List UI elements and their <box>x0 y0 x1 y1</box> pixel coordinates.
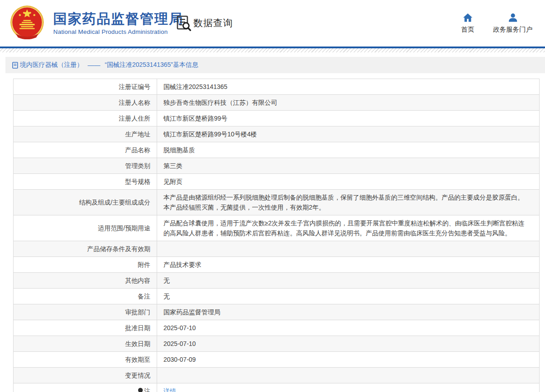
table-row: 适用范围/预期用途产品配合球囊使用，适用于流产次数≥2次并发生子宫内膜损伤的，且… <box>14 215 540 241</box>
row-label: 审批部门 <box>14 304 157 320</box>
table-row: 备注无 <box>14 289 540 304</box>
table-row: 生产地址镇江市新区楚桥路99号10号楼4楼 <box>14 126 540 142</box>
note-pin-icon <box>138 387 143 392</box>
row-label: 批准日期 <box>14 320 157 336</box>
row-value: 国家药品监督管理局 <box>157 304 540 320</box>
table-row: 注册人住所镇江市新区楚桥路99号 <box>14 111 540 126</box>
breadcrumb-separator: —— <box>88 61 100 69</box>
nav-home[interactable]: 首页 <box>461 13 474 34</box>
detail-link[interactable]: 详情 <box>163 387 176 392</box>
row-label: 有效期至 <box>14 352 157 368</box>
row-value: 第三类 <box>157 158 540 174</box>
row-value: 镇江市新区楚桥路99号10号楼4楼 <box>157 126 540 142</box>
user-icon <box>508 13 518 23</box>
row-value: 见附页 <box>157 174 540 190</box>
row-value: 国械注准20253141365 <box>157 79 540 95</box>
registration-info-table-wrap: 注册证编号国械注准20253141365 注册人名称独步吾奇生物医疗科技（江苏）… <box>13 79 540 392</box>
content-area: 境内医疗器械（注册） —— “国械注准20253141365”基本信息 注册证编… <box>5 57 545 392</box>
row-label: 附件 <box>14 257 157 273</box>
nav-portal-label: 政务服务门户 <box>493 25 532 34</box>
row-label: 注册证编号 <box>14 79 157 95</box>
row-label: 管理类别 <box>14 158 157 174</box>
table-row: 型号规格见附页 <box>14 174 540 190</box>
row-label: 型号规格 <box>14 174 157 190</box>
row-label-note: 注 <box>14 383 157 392</box>
breadcrumb: 境内医疗器械（注册） —— “国械注准20253141365”基本信息 <box>5 57 545 73</box>
row-value: 独步吾奇生物医疗科技（江苏）有限公司 <box>157 95 540 111</box>
table-row: 生效日期2025-07-10 <box>14 336 540 352</box>
row-value: 无 <box>157 273 540 289</box>
row-label: 变更情况 <box>14 368 157 383</box>
note-label-text: 注 <box>144 387 150 392</box>
national-emblem-icon <box>8 4 46 42</box>
nmpa-logo[interactable]: 国家药品监督管理局 National Medical Products Admi… <box>8 4 183 42</box>
row-value: 产品配合球囊使用，适用于流产次数≥2次并发生子宫内膜损伤的，且需要开展宫腔中重度… <box>157 215 540 241</box>
row-label: 生效日期 <box>14 336 157 352</box>
registration-info-table: 注册证编号国械注准20253141365 注册人名称独步吾奇生物医疗科技（江苏）… <box>13 79 540 392</box>
top-nav: 首页 政务服务门户 <box>461 13 532 34</box>
row-value <box>157 241 540 257</box>
row-value: 脱细胞基质 <box>157 142 540 158</box>
breadcrumb-current: “国械注准20253141365”基本信息 <box>105 61 198 69</box>
row-value: 本产品是由猪源组织经一系列脱细胞处理后制备的脱细胞基质，保留了细胞外基质的三维空… <box>157 190 540 215</box>
row-label: 产品名称 <box>14 142 157 158</box>
table-row: 审批部门国家药品监督管理局 <box>14 304 540 320</box>
nav-service-portal[interactable]: 政务服务门户 <box>493 13 532 34</box>
row-label: 产品储存条件及有效期 <box>14 241 157 257</box>
row-label: 注册人住所 <box>14 111 157 126</box>
row-value <box>157 368 540 383</box>
document-search-icon <box>176 15 191 31</box>
row-label: 适用范围/预期用途 <box>14 215 157 241</box>
table-row: 变更情况 <box>14 368 540 383</box>
row-label: 其他内容 <box>14 273 157 289</box>
row-value: 无 <box>157 289 540 304</box>
org-titles: 国家药品监督管理局 National Medical Products Admi… <box>53 11 183 35</box>
org-name-cn: 国家药品监督管理局 <box>53 11 183 27</box>
data-query-label: 数据查询 <box>193 17 233 29</box>
row-value: 2030-07-09 <box>157 352 540 368</box>
table-row: 注册人名称独步吾奇生物医疗科技（江苏）有限公司 <box>14 95 540 111</box>
table-row: 产品储存条件及有效期 <box>14 241 540 257</box>
home-icon <box>463 13 473 23</box>
table-row: 产品名称脱细胞基质 <box>14 142 540 158</box>
data-query-title: 数据查询 <box>176 15 233 31</box>
table-row: 批准日期2025-07-10 <box>14 320 540 336</box>
row-value-note: 详情 <box>157 383 540 392</box>
row-value: 产品技术要求 <box>157 257 540 273</box>
row-value: 镇江市新区楚桥路99号 <box>157 111 540 126</box>
row-value: 2025-07-10 <box>157 320 540 336</box>
table-row: 注册证编号国械注准20253141365 <box>14 79 540 95</box>
nav-home-label: 首页 <box>461 25 474 34</box>
org-name-en: National Medical Products Administration <box>53 28 183 35</box>
table-row: 注 详情 <box>14 383 540 392</box>
table-row: 有效期至2030-07-09 <box>14 352 540 368</box>
row-label: 生产地址 <box>14 126 157 142</box>
page-header: 国家药品监督管理局 National Medical Products Admi… <box>0 0 545 47</box>
hatch-band <box>0 48 545 52</box>
row-value: 2025-07-10 <box>157 336 540 352</box>
row-label: 注册人名称 <box>14 95 157 111</box>
table-row: 结构及组成/主要组成成分本产品是由猪源组织经一系列脱细胞处理后制备的脱细胞基质，… <box>14 190 540 215</box>
row-label: 备注 <box>14 289 157 304</box>
table-row: 附件产品技术要求 <box>14 257 540 273</box>
breadcrumb-category[interactable]: 境内医疗器械（注册） <box>20 61 83 69</box>
table-row: 管理类别第三类 <box>14 158 540 174</box>
table-row: 其他内容无 <box>14 273 540 289</box>
page-icon <box>12 62 18 69</box>
row-label: 结构及组成/主要组成成分 <box>14 190 157 215</box>
